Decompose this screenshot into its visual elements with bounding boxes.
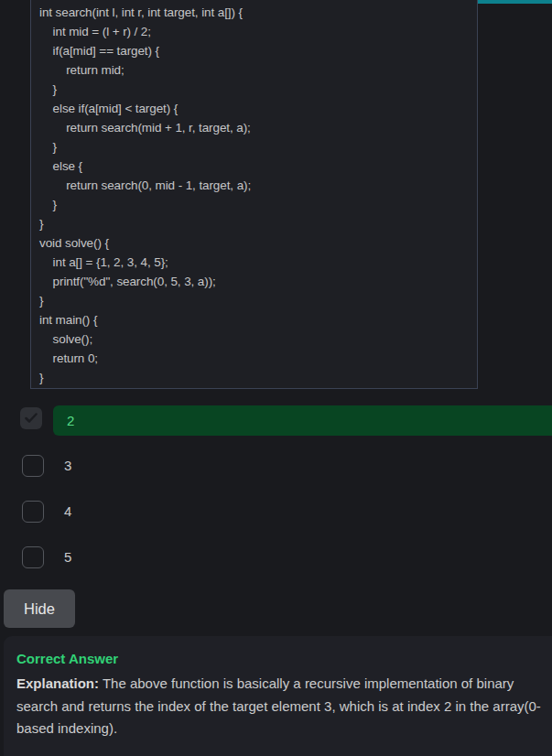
answer-checkbox-4[interactable] <box>22 501 44 523</box>
code-line: int main() { <box>39 310 471 329</box>
code-line: else { <box>39 157 471 176</box>
code-line: } <box>39 214 471 233</box>
code-line: int search(int l, int r, int target, int… <box>39 3 471 22</box>
code-line: } <box>39 137 471 157</box>
answer-option-5[interactable]: 5 <box>64 546 71 568</box>
answer-label: 2 <box>67 413 74 428</box>
code-line: return search(0, mid - 1, target, a); <box>39 176 471 195</box>
code-line: return search(mid + 1, r, target, a); <box>39 118 471 137</box>
code-line: } <box>39 291 471 310</box>
quiz-screen: int search(int l, int r, int target, int… <box>0 0 552 756</box>
code-line: } <box>39 195 471 214</box>
code-line: printf("%d", search(0, 5, 3, a)); <box>39 272 471 291</box>
result-panel: Correct Answer Explanation: The above fu… <box>4 636 552 756</box>
code-block: int search(int l, int r, int target, int… <box>30 0 478 389</box>
code-line: int a[] = {1, 2, 3, 4, 5}; <box>39 253 471 272</box>
code-line: return 0; <box>39 349 471 368</box>
top-button-fragment-right[interactable] <box>470 0 552 4</box>
explanation-label: Explanation: <box>16 675 99 691</box>
answer-option-3[interactable]: 3 <box>64 455 71 477</box>
code-line: if(a[mid] == target) { <box>39 41 471 60</box>
answer-checkbox-5[interactable] <box>22 546 44 568</box>
answer-option-2[interactable]: 2 <box>53 405 552 436</box>
correct-answer-title: Correct Answer <box>16 651 118 666</box>
explanation-text: Explanation: The above function is basic… <box>16 673 549 740</box>
code-line: int mid = (l + r) / 2; <box>39 22 471 41</box>
answer-option-4[interactable]: 4 <box>64 501 71 523</box>
check-icon <box>25 413 38 424</box>
code-line: } <box>39 368 471 387</box>
code-line: } <box>39 80 471 99</box>
answer-checkbox-2[interactable] <box>20 407 42 429</box>
code-line: void solve() { <box>39 233 471 253</box>
code-line: return mid; <box>39 60 471 80</box>
code-line: else if(a[mid] < target) { <box>39 99 471 118</box>
hide-button[interactable]: Hide <box>4 589 75 628</box>
code-line: solve(); <box>39 329 471 349</box>
answer-checkbox-3[interactable] <box>22 455 44 477</box>
